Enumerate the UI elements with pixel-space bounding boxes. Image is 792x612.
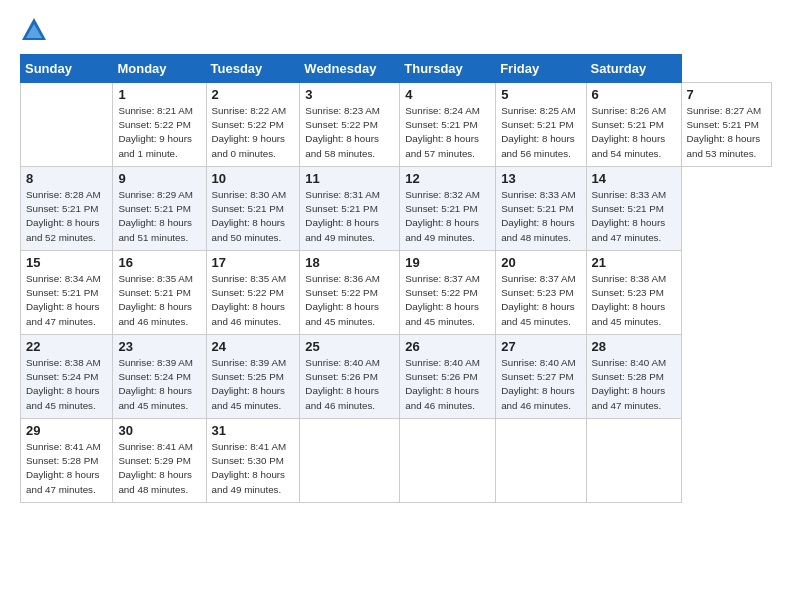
day-number: 28 <box>592 339 676 354</box>
calendar-cell: 1Sunrise: 8:21 AMSunset: 5:22 PMDaylight… <box>113 83 206 167</box>
day-info: Sunrise: 8:41 AMSunset: 5:29 PMDaylight:… <box>118 441 193 495</box>
day-info: Sunrise: 8:26 AMSunset: 5:21 PMDaylight:… <box>592 105 667 159</box>
calendar-cell: 8Sunrise: 8:28 AMSunset: 5:21 PMDaylight… <box>21 167 113 251</box>
calendar-week-1: 1Sunrise: 8:21 AMSunset: 5:22 PMDaylight… <box>21 83 772 167</box>
calendar-header-friday: Friday <box>496 55 586 83</box>
day-number: 23 <box>118 339 200 354</box>
calendar-cell: 17Sunrise: 8:35 AMSunset: 5:22 PMDayligh… <box>206 251 300 335</box>
day-number: 10 <box>212 171 295 186</box>
day-number: 1 <box>118 87 200 102</box>
day-info: Sunrise: 8:28 AMSunset: 5:21 PMDaylight:… <box>26 189 101 243</box>
day-number: 21 <box>592 255 676 270</box>
day-info: Sunrise: 8:37 AMSunset: 5:22 PMDaylight:… <box>405 273 480 327</box>
calendar-header-saturday: Saturday <box>586 55 681 83</box>
calendar-cell: 15Sunrise: 8:34 AMSunset: 5:21 PMDayligh… <box>21 251 113 335</box>
day-info: Sunrise: 8:36 AMSunset: 5:22 PMDaylight:… <box>305 273 380 327</box>
calendar-week-5: 29Sunrise: 8:41 AMSunset: 5:28 PMDayligh… <box>21 419 772 503</box>
day-info: Sunrise: 8:38 AMSunset: 5:23 PMDaylight:… <box>592 273 667 327</box>
calendar-cell: 2Sunrise: 8:22 AMSunset: 5:22 PMDaylight… <box>206 83 300 167</box>
day-info: Sunrise: 8:32 AMSunset: 5:21 PMDaylight:… <box>405 189 480 243</box>
day-number: 7 <box>687 87 766 102</box>
day-number: 5 <box>501 87 580 102</box>
calendar-cell: 22Sunrise: 8:38 AMSunset: 5:24 PMDayligh… <box>21 335 113 419</box>
calendar-week-4: 22Sunrise: 8:38 AMSunset: 5:24 PMDayligh… <box>21 335 772 419</box>
calendar-cell: 27Sunrise: 8:40 AMSunset: 5:27 PMDayligh… <box>496 335 586 419</box>
day-number: 31 <box>212 423 295 438</box>
calendar-cell: 30Sunrise: 8:41 AMSunset: 5:29 PMDayligh… <box>113 419 206 503</box>
day-info: Sunrise: 8:34 AMSunset: 5:21 PMDaylight:… <box>26 273 101 327</box>
day-number: 8 <box>26 171 107 186</box>
calendar-cell <box>21 83 113 167</box>
day-info: Sunrise: 8:25 AMSunset: 5:21 PMDaylight:… <box>501 105 576 159</box>
day-number: 26 <box>405 339 490 354</box>
day-number: 9 <box>118 171 200 186</box>
calendar-cell: 31Sunrise: 8:41 AMSunset: 5:30 PMDayligh… <box>206 419 300 503</box>
calendar-cell: 7Sunrise: 8:27 AMSunset: 5:21 PMDaylight… <box>681 83 771 167</box>
day-info: Sunrise: 8:40 AMSunset: 5:26 PMDaylight:… <box>305 357 380 411</box>
day-info: Sunrise: 8:41 AMSunset: 5:30 PMDaylight:… <box>212 441 287 495</box>
day-number: 30 <box>118 423 200 438</box>
day-info: Sunrise: 8:22 AMSunset: 5:22 PMDaylight:… <box>212 105 287 159</box>
calendar-cell <box>496 419 586 503</box>
day-info: Sunrise: 8:35 AMSunset: 5:21 PMDaylight:… <box>118 273 193 327</box>
day-info: Sunrise: 8:35 AMSunset: 5:22 PMDaylight:… <box>212 273 287 327</box>
header <box>20 16 772 44</box>
logo <box>20 16 52 44</box>
day-number: 19 <box>405 255 490 270</box>
calendar-cell: 16Sunrise: 8:35 AMSunset: 5:21 PMDayligh… <box>113 251 206 335</box>
calendar-header-row: SundayMondayTuesdayWednesdayThursdayFrid… <box>21 55 772 83</box>
day-number: 25 <box>305 339 394 354</box>
calendar-cell: 28Sunrise: 8:40 AMSunset: 5:28 PMDayligh… <box>586 335 681 419</box>
calendar-table: SundayMondayTuesdayWednesdayThursdayFrid… <box>20 54 772 503</box>
day-number: 27 <box>501 339 580 354</box>
day-number: 17 <box>212 255 295 270</box>
day-number: 11 <box>305 171 394 186</box>
calendar-cell <box>400 419 496 503</box>
calendar-cell: 3Sunrise: 8:23 AMSunset: 5:22 PMDaylight… <box>300 83 400 167</box>
calendar-cell: 19Sunrise: 8:37 AMSunset: 5:22 PMDayligh… <box>400 251 496 335</box>
calendar-cell: 25Sunrise: 8:40 AMSunset: 5:26 PMDayligh… <box>300 335 400 419</box>
day-info: Sunrise: 8:30 AMSunset: 5:21 PMDaylight:… <box>212 189 287 243</box>
calendar-cell: 14Sunrise: 8:33 AMSunset: 5:21 PMDayligh… <box>586 167 681 251</box>
day-number: 12 <box>405 171 490 186</box>
day-info: Sunrise: 8:29 AMSunset: 5:21 PMDaylight:… <box>118 189 193 243</box>
calendar-cell: 13Sunrise: 8:33 AMSunset: 5:21 PMDayligh… <box>496 167 586 251</box>
calendar-cell <box>300 419 400 503</box>
calendar-cell: 11Sunrise: 8:31 AMSunset: 5:21 PMDayligh… <box>300 167 400 251</box>
calendar-cell: 5Sunrise: 8:25 AMSunset: 5:21 PMDaylight… <box>496 83 586 167</box>
day-number: 29 <box>26 423 107 438</box>
day-number: 4 <box>405 87 490 102</box>
calendar-cell: 9Sunrise: 8:29 AMSunset: 5:21 PMDaylight… <box>113 167 206 251</box>
day-info: Sunrise: 8:31 AMSunset: 5:21 PMDaylight:… <box>305 189 380 243</box>
day-info: Sunrise: 8:38 AMSunset: 5:24 PMDaylight:… <box>26 357 101 411</box>
day-number: 22 <box>26 339 107 354</box>
logo-icon <box>20 16 48 44</box>
page-container: SundayMondayTuesdayWednesdayThursdayFrid… <box>0 0 792 513</box>
day-number: 24 <box>212 339 295 354</box>
day-info: Sunrise: 8:24 AMSunset: 5:21 PMDaylight:… <box>405 105 480 159</box>
day-info: Sunrise: 8:40 AMSunset: 5:27 PMDaylight:… <box>501 357 576 411</box>
calendar-cell: 4Sunrise: 8:24 AMSunset: 5:21 PMDaylight… <box>400 83 496 167</box>
day-number: 2 <box>212 87 295 102</box>
calendar-header-thursday: Thursday <box>400 55 496 83</box>
day-info: Sunrise: 8:23 AMSunset: 5:22 PMDaylight:… <box>305 105 380 159</box>
day-number: 15 <box>26 255 107 270</box>
day-number: 6 <box>592 87 676 102</box>
calendar-header-monday: Monday <box>113 55 206 83</box>
day-number: 3 <box>305 87 394 102</box>
calendar-cell: 10Sunrise: 8:30 AMSunset: 5:21 PMDayligh… <box>206 167 300 251</box>
calendar-cell: 12Sunrise: 8:32 AMSunset: 5:21 PMDayligh… <box>400 167 496 251</box>
day-info: Sunrise: 8:33 AMSunset: 5:21 PMDaylight:… <box>592 189 667 243</box>
day-info: Sunrise: 8:40 AMSunset: 5:26 PMDaylight:… <box>405 357 480 411</box>
calendar-cell: 29Sunrise: 8:41 AMSunset: 5:28 PMDayligh… <box>21 419 113 503</box>
day-info: Sunrise: 8:41 AMSunset: 5:28 PMDaylight:… <box>26 441 101 495</box>
day-info: Sunrise: 8:27 AMSunset: 5:21 PMDaylight:… <box>687 105 762 159</box>
day-number: 16 <box>118 255 200 270</box>
day-number: 13 <box>501 171 580 186</box>
calendar-cell: 20Sunrise: 8:37 AMSunset: 5:23 PMDayligh… <box>496 251 586 335</box>
calendar-cell: 26Sunrise: 8:40 AMSunset: 5:26 PMDayligh… <box>400 335 496 419</box>
day-info: Sunrise: 8:40 AMSunset: 5:28 PMDaylight:… <box>592 357 667 411</box>
calendar-cell: 6Sunrise: 8:26 AMSunset: 5:21 PMDaylight… <box>586 83 681 167</box>
day-number: 18 <box>305 255 394 270</box>
calendar-cell <box>586 419 681 503</box>
